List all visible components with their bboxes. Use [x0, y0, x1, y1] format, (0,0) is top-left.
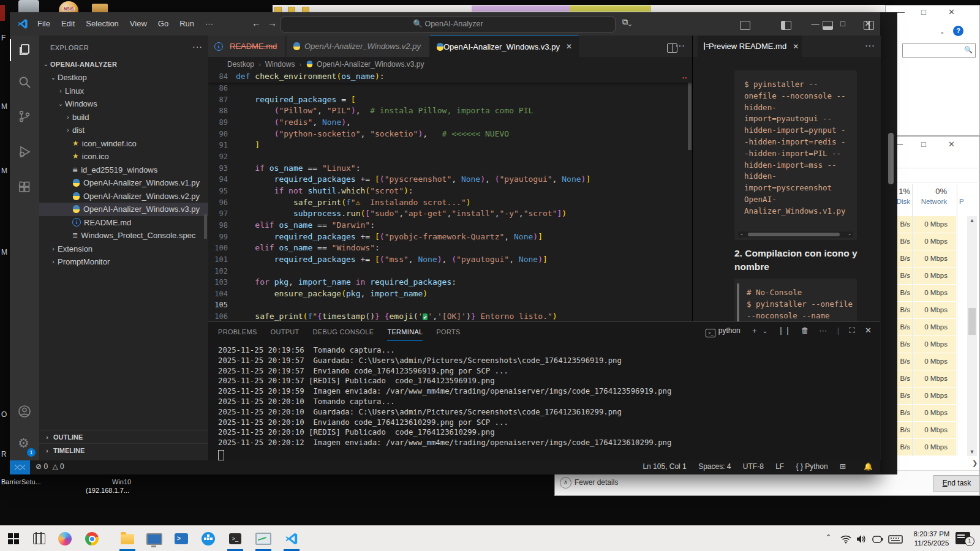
tree-item-dist[interactable]: ›dist	[39, 124, 208, 137]
fewer-details-button[interactable]: Fewer details	[575, 478, 618, 487]
sticky-scroll-line[interactable]: 84 def check_environment(os_name): ‥	[208, 71, 692, 83]
next-column-header[interactable]: P	[959, 198, 968, 205]
code-line-100[interactable]: 100 elif os_name == "Windows":	[208, 242, 692, 254]
code-line-94[interactable]: 94 required_packages += [("pyscreenshot"…	[208, 174, 692, 186]
taskbar-rdp-icon[interactable]	[144, 528, 165, 549]
terminal-output[interactable]: 2025-11-25 20:19:56 Tomando captura...20…	[218, 345, 671, 448]
extensions-activity-icon[interactable]	[10, 173, 39, 202]
nav-forward-icon[interactable]: →	[268, 18, 277, 28]
code-line-86[interactable]: 86	[208, 83, 692, 94]
horizontal-scrollbar[interactable]: ◂ ▸	[738, 231, 853, 238]
settings-gear-icon[interactable]: ⚙ 1	[10, 431, 39, 460]
tree-item-destkop[interactable]: ⌄Destkop	[39, 71, 208, 84]
code-line-104[interactable]: 104 ensure_package(pkg, import_name)	[208, 288, 692, 300]
code-line-103[interactable]: 103 for pkg, import_name in required_pac…	[208, 277, 692, 288]
network-column-header[interactable]: Network	[913, 198, 947, 205]
breadcrumb-item[interactable]: Windows	[265, 60, 295, 69]
close-icon[interactable]: ✕	[948, 140, 955, 149]
code-line-101[interactable]: 101 required_packages += [("mss", None),…	[208, 254, 692, 266]
language-mode[interactable]: { } Python	[796, 462, 828, 471]
editor-scrollbar-thumb[interactable]	[688, 83, 692, 150]
nav-back-icon[interactable]: ←	[252, 18, 261, 28]
code-line-96[interactable]: 96 safe_print(f"⚠ Instalando scrot...")	[208, 197, 692, 209]
scroll-left-icon[interactable]: ◂	[740, 231, 743, 238]
help-icon[interactable]: ?	[953, 26, 963, 36]
tree-item-readme-md[interactable]: iREADME.md	[39, 216, 208, 230]
eol[interactable]: LF	[775, 462, 784, 471]
scroll-up-icon[interactable]: ▲	[967, 217, 977, 223]
notifications-bell-icon[interactable]: 🔔	[864, 462, 873, 471]
code-line-92[interactable]: 92	[208, 151, 692, 163]
editor-more-actions-icon[interactable]: ···	[675, 40, 685, 51]
taskbar-vscode-icon[interactable]	[281, 528, 302, 549]
close-tab-icon[interactable]: ✕	[566, 42, 572, 51]
panel-tab-problems[interactable]: PROBLEMS	[218, 323, 257, 340]
window-minimize-icon[interactable]: —	[803, 12, 827, 36]
window-maximize-icon[interactable]: □	[831, 12, 855, 36]
tree-item-windows[interactable]: ⌄Windows	[39, 97, 208, 111]
tree-item-promptmonitor[interactable]: ›PromptMonitor	[39, 255, 208, 269]
outline-section[interactable]: › OUTLINE	[39, 430, 208, 444]
taskbar-copilot-icon[interactable]	[55, 528, 75, 549]
window-close-icon[interactable]: ✕	[856, 12, 880, 36]
code-line-87[interactable]: 87 required_packages = [	[208, 94, 692, 106]
network-usage-percent[interactable]: 0%	[916, 187, 947, 196]
chevron-down-icon[interactable]: ⌄	[763, 328, 767, 334]
cursor-position[interactable]: Ln 105, Col 1	[643, 462, 686, 471]
source-control-activity-icon[interactable]	[10, 102, 39, 131]
accounts-icon[interactable]	[10, 397, 39, 426]
desktop-label-barrier[interactable]: BarrierSetu...	[1, 478, 41, 485]
tab-v3-active[interactable]: OpenAI-Analizer_Windows.v3.py ✕	[430, 36, 579, 57]
code-editor[interactable]: 84 def check_environment(os_name): ‥ 868…	[208, 71, 692, 321]
tree-item-linux[interactable]: ›Linux	[39, 84, 208, 98]
scroll-right-icon[interactable]: ❯	[972, 459, 978, 467]
code-line-105[interactable]: 105	[208, 299, 692, 311]
taskbar-perfmon-icon[interactable]	[253, 528, 274, 549]
volume-icon[interactable]	[856, 534, 867, 544]
kill-terminal-icon[interactable]: 🗑	[801, 326, 809, 335]
panel-tab-debug-console[interactable]: DEBUG CONSOLE	[313, 323, 374, 340]
encoding[interactable]: UTF-8	[743, 462, 764, 471]
code-line-93[interactable]: 93 if os_name == "Linux":	[208, 163, 692, 174]
code-line-98[interactable]: 98 elif os_name == "Darwin":	[208, 220, 692, 231]
customize-layout-icon[interactable]	[740, 21, 750, 30]
toggle-sidebar-icon[interactable]	[781, 21, 791, 30]
tree-item-icon-ico[interactable]: ★icon.ico	[39, 150, 208, 163]
timeline-section[interactable]: › TIMELINE	[39, 443, 208, 457]
remote-indicator[interactable]: ⤫⤫	[10, 460, 30, 474]
fewer-details-icon[interactable]: ∧	[560, 477, 571, 489]
scroll-down-icon[interactable]: ▼	[967, 449, 977, 455]
tab-preview-readme[interactable]: Preview README.md ✕	[698, 36, 802, 57]
profile-sync-icon[interactable]: ⧉⌄	[622, 17, 631, 27]
menu-file[interactable]: File	[32, 12, 56, 36]
split-terminal-icon[interactable]: ❘❘	[778, 326, 791, 335]
close-icon[interactable]: ✕	[948, 8, 955, 17]
panel-tab-terminal[interactable]: TERMINAL	[387, 323, 423, 341]
breadcrumb-item[interactable]: OpenAI-Analizer_Windows.v3.py	[317, 60, 424, 69]
tray-chevron-up-icon[interactable]: ⌃	[826, 533, 831, 541]
menu-run[interactable]: Run	[174, 12, 200, 36]
code-line-89[interactable]: 89 ("redis", None),	[208, 117, 692, 129]
close-tab-icon[interactable]: ✕	[793, 42, 799, 51]
code-line-88[interactable]: 88 ("Pillow", "PIL"), # instala Pillow, …	[208, 105, 692, 117]
search-activity-icon[interactable]	[10, 67, 39, 97]
code-line-91[interactable]: 91 ]	[208, 140, 692, 151]
scrollbar-thumb[interactable]	[888, 133, 894, 184]
panel-tab-ports[interactable]: PORTS	[436, 323, 460, 340]
panel-tab-output[interactable]: OUTPUT	[271, 323, 300, 340]
sidebar-scrollbar-thumb[interactable]	[204, 214, 207, 239]
new-terminal-icon[interactable]: ＋	[750, 326, 758, 335]
taskbar-start-icon[interactable]	[3, 528, 24, 549]
breadcrumb[interactable]: Destkop › Windows › OpenAI-Analizer_Wind…	[208, 57, 692, 71]
overflow-dots[interactable]: ‥	[682, 71, 687, 80]
taskbar-docker-icon[interactable]	[198, 528, 219, 549]
touch-keyboard-icon[interactable]	[888, 535, 903, 544]
task-manager-scrollbar[interactable]: ▲ ▼	[967, 216, 977, 456]
taskbar-taskview-icon[interactable]	[29, 528, 50, 549]
tree-item-id-ed25519-windows[interactable]: ≣id_ed25519_windows	[39, 163, 208, 177]
tree-item-extension[interactable]: ›Extension	[39, 242, 208, 256]
tree-item-windows-protect-console-spec[interactable]: ≣Windows_Protect_Console.spec	[39, 229, 208, 242]
tree-root-row[interactable]: ⌄ OPENAI-ANALYZER	[39, 58, 208, 71]
chevron-down-icon[interactable]: ⌄	[940, 28, 944, 36]
wifi-icon[interactable]	[840, 535, 851, 544]
